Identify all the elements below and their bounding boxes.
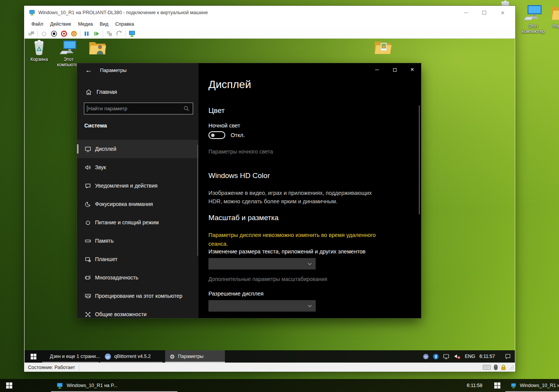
remote-session-warning: Параметры дисплея невозможно изменить во… (208, 231, 379, 248)
sidebar-item-projecting[interactable]: Проецирование на этот компьютер (77, 287, 198, 305)
resume-vm-button[interactable] (92, 29, 102, 38)
minimize-icon (375, 70, 379, 70)
pause-vm-button[interactable] (82, 29, 92, 38)
start-vm-button[interactable] (39, 29, 49, 38)
page-title: Дисплей (208, 78, 251, 91)
checkpoint-button[interactable] (104, 29, 114, 38)
sidebar-item-display[interactable]: Дисплей (77, 140, 198, 158)
computer-icon (523, 4, 543, 23)
language-indicator[interactable]: ENG (465, 354, 475, 359)
sidebar-item-focus-assist[interactable]: Фокусировка внимания (77, 195, 198, 213)
close-button[interactable]: × (498, 8, 507, 17)
turn-off-vm-button[interactable] (49, 29, 59, 38)
host-taskbar-item-vmconnect-2[interactable]: Windows_10_R1 на P. (505, 379, 559, 392)
menu-action[interactable]: Действие (47, 20, 75, 28)
chevron-down-icon (307, 261, 312, 266)
settings-window: ← Параметры Главная (77, 63, 421, 318)
qbittorrent-tray-icon[interactable]: qb (423, 354, 429, 359)
windows-logo-icon (6, 382, 12, 389)
folder-icon (551, 4, 559, 23)
host-start-button-2[interactable] (489, 379, 505, 392)
network-icon[interactable] (443, 354, 450, 359)
sidebar-item-power-sleep[interactable]: Питание и спящий режим (77, 213, 198, 232)
taskbar-item-edge[interactable]: Дзен и еще 1 страни... (42, 350, 99, 363)
hdr-description: Изображение в видео, играх и приложениях… (208, 189, 377, 206)
volume-muted-icon[interactable] (454, 353, 461, 359)
hyperv-menubar: Файл Действие Медиа Вид Справка (24, 20, 515, 29)
bluetooth-icon[interactable] (433, 354, 439, 359)
svg-text:qb: qb (106, 355, 110, 358)
settings-minimize-button[interactable] (368, 63, 386, 76)
action-center-icon[interactable] (505, 353, 511, 359)
svg-text:qb: qb (425, 355, 428, 358)
shut-down-vm-button[interactable] (59, 29, 69, 38)
search-box[interactable] (84, 103, 193, 114)
enhanced-session-button[interactable] (127, 29, 137, 38)
pictures-folder-icon (374, 39, 392, 57)
host-taskbar: Windows_10_R1 на P... 6:11:58 Windows_10… (0, 379, 559, 392)
sidebar-item-home[interactable]: Главная (77, 85, 192, 98)
minimize-icon (464, 13, 468, 13)
menu-view[interactable]: Вид (96, 20, 112, 28)
resolution-dropdown[interactable] (208, 300, 316, 312)
vm-start-button[interactable] (25, 350, 42, 363)
windows-logo-icon (31, 354, 36, 359)
menu-help[interactable]: Справка (112, 20, 138, 28)
content-scrollbar[interactable] (419, 105, 420, 214)
vm-icon-user-folder[interactable] (84, 39, 111, 57)
windows-logo-icon (494, 382, 500, 389)
vm-clock[interactable]: 6:11:57 (479, 354, 495, 359)
sidebar-scrollbar[interactable] (197, 145, 198, 256)
revert-button[interactable] (114, 29, 124, 38)
host-icon-rop-folder[interactable]: Rop (549, 4, 559, 29)
vm-system-tray: qb ENG 6:11: (423, 350, 515, 363)
settings-titlebar[interactable]: ← Параметры (77, 63, 198, 77)
recycle-bin-icon (30, 39, 48, 56)
desktop-icon-label: Этот компьютер (517, 23, 549, 34)
resize-grip[interactable] (509, 365, 514, 370)
settings-maximize-button[interactable] (386, 63, 403, 76)
advanced-scaling-link[interactable]: Дополнительные параметры масштабирования (208, 276, 327, 282)
menu-media[interactable]: Медиа (75, 20, 96, 28)
night-light-toggle[interactable] (208, 131, 225, 139)
menu-file[interactable]: Файл (28, 20, 47, 28)
hyperv-statusbar: Состояние: Работает (24, 363, 515, 372)
sidebar-item-tablet[interactable]: Планшет (77, 250, 198, 268)
maximize-icon (393, 68, 397, 72)
back-button[interactable]: ← (83, 65, 94, 75)
sidebar-item-notifications[interactable]: Уведомления и действия (77, 176, 198, 195)
vm-screen: Корзина Этот компьютер (25, 39, 515, 363)
sidebar-item-storage[interactable]: Память (77, 232, 198, 250)
ctrl-alt-del-button[interactable] (26, 29, 36, 38)
computer-icon (59, 39, 78, 56)
gear-icon: ⚙ (170, 354, 175, 359)
vm-icon-recycle-bin[interactable]: Корзина (26, 39, 52, 62)
search-input[interactable] (84, 106, 184, 111)
desktop-icon-label: Rop (549, 23, 559, 29)
toolbar-separator (103, 30, 103, 37)
night-light-settings-link[interactable]: Параметры ночного света (208, 149, 273, 155)
host-taskbar-item-vmconnect[interactable]: Windows_10_R1 на P... (51, 379, 177, 392)
host-start-button[interactable] (0, 379, 18, 392)
taskbar-item-settings[interactable]: ⚙ Параметры (165, 350, 225, 363)
close-icon: × (501, 10, 505, 16)
scale-dropdown[interactable] (208, 258, 316, 270)
minimize-button[interactable] (462, 8, 470, 17)
taskbar-item-underline (100, 362, 162, 363)
revert-icon (116, 30, 123, 37)
host-icon-this-pc[interactable]: Этот компьютер (517, 4, 549, 34)
multitasking-icon (84, 274, 91, 281)
save-vm-button[interactable] (69, 29, 79, 38)
sidebar-item-shared-experiences[interactable]: Общие возможности (77, 305, 198, 323)
host-clock[interactable]: 6:11:58 (467, 379, 489, 392)
maximize-button[interactable] (480, 8, 489, 17)
settings-close-button[interactable]: × (403, 63, 421, 76)
scale-dropdown-label: Изменение размера текста, приложений и д… (208, 248, 366, 255)
vm-icon-pictures-folder[interactable] (369, 39, 396, 57)
moon-icon (84, 201, 91, 207)
sidebar-item-sound[interactable]: Звук (77, 158, 198, 176)
qbittorrent-icon: qb (105, 353, 111, 360)
sidebar-item-multitasking[interactable]: Многозадачность (77, 268, 198, 287)
hyperv-titlebar[interactable]: Windows_10_R1 на PROLIANT-DL380 - подклю… (24, 6, 515, 20)
taskbar-item-qbittorrent[interactable]: qb qBittorrent v4.5.2 (100, 350, 162, 363)
